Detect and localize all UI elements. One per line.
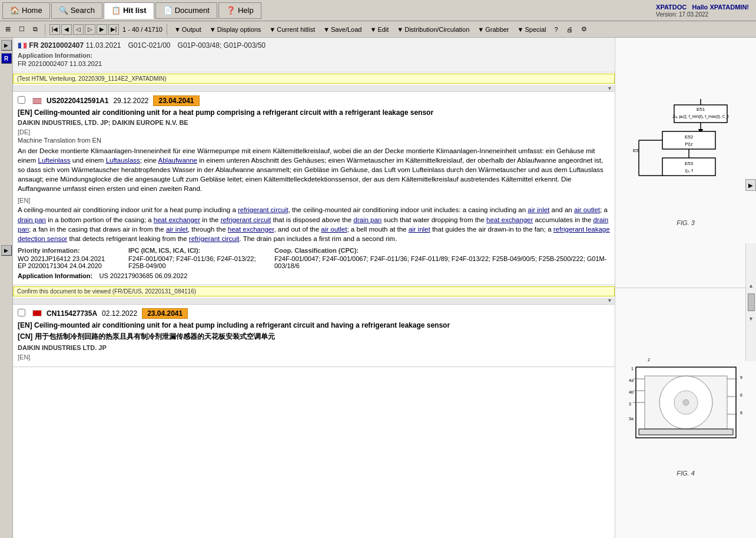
nav-prev[interactable]: ◀ bbox=[61, 24, 72, 35]
panel-scroll-right[interactable]: ▶ bbox=[745, 179, 756, 191]
toolbar-save-load[interactable]: ▼ Save/Load bbox=[320, 25, 365, 34]
ipc-values: F24F-001/0047; F24F-011/36; F24F-013/22;… bbox=[128, 255, 270, 269]
scroll-thumb[interactable] bbox=[748, 293, 755, 311]
scroll-indicator-2[interactable]: ▼ bbox=[13, 298, 615, 305]
prev-cpc: G01P-003/48; G01P-003/50 bbox=[178, 41, 266, 49]
toolbar-grid-icon[interactable]: ⊞ bbox=[2, 24, 14, 34]
scroll-up[interactable]: ▲ bbox=[748, 283, 754, 289]
fig4-label: FIG. 4 bbox=[677, 470, 695, 477]
entry-14-badge: 23.04.2041 bbox=[142, 308, 188, 319]
svg-text:4b: 4b bbox=[629, 390, 634, 394]
toolbar-display-options[interactable]: ▼ Display options bbox=[207, 25, 264, 34]
toolbar-output[interactable]: ▼ Output bbox=[171, 25, 204, 34]
prev-number: FR 20210002407 bbox=[29, 41, 84, 49]
nav-back[interactable]: ◁ bbox=[73, 24, 84, 35]
svg-text:E52: E52 bbox=[684, 134, 693, 140]
entry-13-abstract-de: An der Decke montierte Klimaanlagen-Inne… bbox=[18, 146, 610, 193]
tab-home[interactable]: 🏠 Home bbox=[2, 2, 50, 19]
svg-text:3: 3 bbox=[629, 402, 631, 406]
tab-hitlist[interactable]: 📋 Hit list bbox=[104, 2, 154, 19]
fig4-panel: 1 4a 4b 3 3a 9 6 8 2 FIG. 4 bbox=[615, 288, 756, 538]
scroll-indicator[interactable]: ▼ bbox=[13, 85, 615, 92]
prev-date: 11.03.2021 bbox=[85, 41, 121, 49]
svg-text:4a: 4a bbox=[629, 378, 634, 382]
entry-13-assignee: DAIKIN INDUSTRIES, LTD. JP; DAIKIN EUROP… bbox=[18, 119, 610, 126]
prev-header: FR 20210002407 11.03.2021 G01C-021/00 G0… bbox=[18, 41, 610, 49]
nav-next[interactable]: ▶ bbox=[97, 24, 107, 35]
svg-text:8: 8 bbox=[740, 411, 742, 415]
toolbar-print[interactable]: 🖨 bbox=[563, 25, 576, 34]
scroll-down[interactable]: ▼ bbox=[748, 316, 754, 322]
home-icon: 🏠 bbox=[10, 6, 19, 15]
entry-14-title-cn[interactable]: [CN] 用于包括制冷剂回路的热泵且具有制冷剂泄漏传感器的天花板安装式空调单元 bbox=[18, 332, 610, 342]
nav-first[interactable]: |◀ bbox=[49, 24, 60, 35]
entry-13-title-en[interactable]: [EN] Ceiling-mounted air conditioning un… bbox=[18, 108, 610, 117]
top-nav-bar: 🏠 Home 🔍 Search 📋 Hit list 📄 Document ❓ … bbox=[0, 0, 756, 21]
svg-text:Pξz: Pξz bbox=[685, 141, 692, 147]
toolbar-settings[interactable]: ⚙ bbox=[578, 24, 590, 34]
svg-text:1: 1 bbox=[631, 367, 634, 371]
record-range: 1 - 40 / 41710 bbox=[122, 26, 163, 33]
priority-label: Priority information: bbox=[18, 247, 124, 254]
prev-app-info: FR 20210002407 11.03.2021 bbox=[18, 60, 610, 67]
nav-forward[interactable]: ▷ bbox=[85, 24, 95, 35]
tooltip-bar-13: Confirm this document to be viewed (FR/D… bbox=[13, 286, 615, 296]
entry-14-header: CN115427735A 02.12.2022 23.04.2041 bbox=[18, 308, 610, 319]
right-scroll-track[interactable]: ▲ ▼ bbox=[745, 243, 756, 361]
sidebar-arrow-14[interactable]: ▶ bbox=[1, 245, 12, 256]
toolbar: ⊞ ☐ ⧉ |◀ ◀ ◁ ▷ ▶ ▶| 1 - 40 / 41710 ▼ Out… bbox=[0, 21, 756, 38]
results-area[interactable]: FR 20210002407 11.03.2021 G01C-021/00 G0… bbox=[13, 38, 615, 538]
app-info: XPATDOC Hallo XPATADMIN! Version: 17.03.… bbox=[656, 4, 754, 18]
svg-text:E5: E5 bbox=[633, 148, 639, 153]
entry-14-date: 02.12.2022 bbox=[102, 309, 137, 318]
entry-13-date: 29.12.2022 bbox=[113, 97, 148, 105]
fig3-svg: E51 Z₁, p₂(ξ, f_min(t), f_max(t), C_t E5… bbox=[627, 99, 745, 217]
flag-cn-14 bbox=[32, 310, 42, 316]
svg-text:2: 2 bbox=[648, 358, 650, 362]
svg-rect-21 bbox=[639, 429, 733, 435]
patent-entry-14: CN115427735A 02.12.2022 23.04.2041 [EN] … bbox=[13, 305, 615, 367]
prev-ipc: G01C-021/00 bbox=[128, 41, 171, 49]
entry-14-checkbox[interactable] bbox=[18, 309, 25, 316]
sidebar-r-badge[interactable]: R bbox=[1, 53, 12, 64]
svg-text:9: 9 bbox=[740, 375, 742, 379]
nav-last[interactable]: ▶| bbox=[108, 24, 119, 35]
toolbar-checkbox[interactable]: ☐ bbox=[16, 24, 28, 34]
tab-document[interactable]: 📄 Document bbox=[155, 2, 217, 19]
toolbar-distribution[interactable]: ▼ Distribution/Circulation bbox=[394, 25, 472, 34]
flag-us-13 bbox=[32, 98, 42, 104]
toolbar-special[interactable]: ▼ Special bbox=[515, 25, 549, 34]
svg-text:Z₁, p₂(ξ, f_min(t), f_max(t), : Z₁, p₂(ξ, f_min(t), f_max(t), C_t bbox=[672, 114, 729, 119]
help-icon: ❓ bbox=[226, 6, 236, 15]
tab-search[interactable]: 🔍 Search bbox=[51, 2, 102, 19]
sidebar-arrow-13[interactable]: ▶ bbox=[1, 40, 12, 51]
entry-13-number: US20220412591A1 bbox=[47, 97, 108, 105]
svg-text:6: 6 bbox=[740, 393, 742, 397]
prev-app-info-label: Application Information: bbox=[18, 52, 610, 59]
priority-values: WO 2021JP16412 23.04.2021 EP 20200171304… bbox=[18, 255, 124, 269]
toolbar-sep-2 bbox=[167, 24, 167, 35]
cpc-values: F24F-001/0047; F24F-001/0067; F24F-011/3… bbox=[274, 255, 610, 269]
entry-14-title-en[interactable]: [EN] Ceiling-mounted air conditioning un… bbox=[18, 321, 610, 329]
main-area: ▶ R ▶ FR 20210002407 11.03.2021 G01C-021… bbox=[0, 38, 756, 538]
toolbar-grabber[interactable]: ▼ Grabber bbox=[475, 25, 512, 34]
patent-entry-13: US20220412591A1 29.12.2022 23.04.2041 [E… bbox=[13, 92, 615, 285]
toolbar-copy-icon[interactable]: ⧉ bbox=[30, 24, 41, 34]
toolbar-edit[interactable]: ▼ Edit bbox=[367, 25, 392, 34]
entry-13-mt: Machine Translation from EN bbox=[18, 137, 610, 144]
tab-help[interactable]: ❓ Help bbox=[218, 2, 261, 19]
flag-fr bbox=[18, 42, 27, 49]
svg-text:E51: E51 bbox=[696, 107, 705, 112]
entry-14-assignee: DAIKIN INDUSTRIES LTD. JP bbox=[18, 344, 610, 351]
fig3-panel: E51 Z₁, p₂(ξ, f_min(t), f_max(t), C_t E5… bbox=[615, 38, 756, 288]
entry-13-checkbox[interactable] bbox=[18, 96, 25, 104]
fig3-label: FIG. 3 bbox=[677, 219, 695, 226]
cpc-label: Coop. Classification (CPC): bbox=[274, 247, 610, 254]
toolbar-current-hitlist[interactable]: ▼ Current hitlist bbox=[266, 25, 318, 34]
entry-13-meta: Priority information: IPC (ICM, ICS, ICA… bbox=[18, 247, 610, 269]
toolbar-question[interactable]: ? bbox=[552, 25, 561, 34]
entry-13-abstract-en: A ceiling-mounted air conditioning indoo… bbox=[18, 205, 610, 243]
right-panel: E51 Z₁, p₂(ξ, f_min(t), f_max(t), C_t E5… bbox=[615, 38, 756, 538]
search-icon: 🔍 bbox=[59, 6, 68, 15]
svg-point-20 bbox=[683, 400, 689, 405]
